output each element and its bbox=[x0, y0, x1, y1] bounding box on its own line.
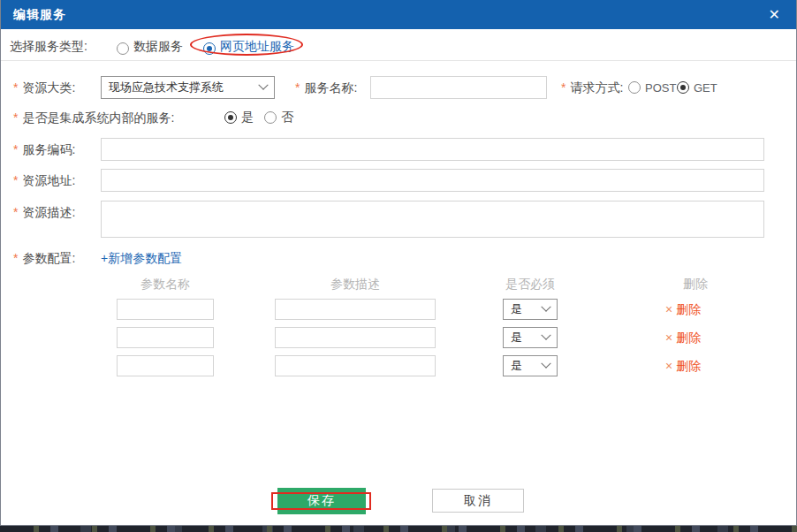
radio-get-label: GET bbox=[694, 81, 717, 95]
resource-address-input[interactable] bbox=[101, 169, 764, 192]
required-marker: * bbox=[13, 251, 18, 265]
internal-service-label: *是否是集成系统内部的服务: bbox=[13, 106, 174, 129]
radio-unchecked-icon bbox=[264, 111, 277, 124]
radio-checked-icon bbox=[677, 81, 689, 94]
delete-param-link[interactable]: ×删除 bbox=[665, 299, 701, 320]
chevron-down-icon bbox=[541, 359, 550, 369]
radio-unchecked-icon bbox=[628, 81, 641, 94]
delete-param-link[interactable]: ×删除 bbox=[665, 327, 701, 348]
param-name-input[interactable] bbox=[117, 327, 214, 348]
param-required-value: 是 bbox=[511, 330, 522, 346]
background-page-noise bbox=[0, 526, 797, 532]
radio-internal-no-label: 否 bbox=[281, 110, 293, 125]
radio-get[interactable]: GET bbox=[677, 76, 717, 99]
dialog-titlebar: 编辑服务 ✕ bbox=[1, 0, 796, 29]
required-marker: * bbox=[561, 80, 565, 95]
add-param-link[interactable]: +新增参数配置 bbox=[101, 247, 182, 269]
service-code-label: *服务编码: bbox=[13, 138, 75, 161]
radio-post[interactable]: POST bbox=[628, 76, 676, 99]
cancel-button[interactable]: 取消 bbox=[432, 489, 524, 513]
resource-description-label: *资源描述: bbox=[13, 201, 75, 224]
param-required-select[interactable]: 是 bbox=[503, 299, 558, 320]
param-required-select[interactable]: 是 bbox=[503, 327, 558, 348]
param-required-header: 是否必须 bbox=[496, 277, 565, 293]
delete-x-icon: × bbox=[665, 331, 672, 345]
param-name-input[interactable] bbox=[117, 355, 214, 376]
radio-webpage-service[interactable] bbox=[203, 40, 216, 56]
resource-address-label: *资源地址: bbox=[13, 169, 75, 192]
edit-service-dialog: 编辑服务 ✕ 选择服务类型: 数据服务 网页地址服务 *资源大类: 现场应急技术… bbox=[0, 0, 797, 526]
radio-post-label: POST bbox=[645, 81, 676, 95]
radio-data-service-label[interactable]: 数据服务 bbox=[133, 35, 183, 57]
required-marker: * bbox=[13, 80, 18, 95]
required-marker: * bbox=[13, 142, 18, 156]
param-config-label: *参数配置: bbox=[13, 247, 75, 269]
divider bbox=[1, 60, 796, 61]
param-description-input[interactable] bbox=[275, 355, 436, 376]
param-delete-header: 删除 bbox=[664, 277, 727, 293]
delete-param-link[interactable]: ×删除 bbox=[665, 355, 701, 376]
required-marker: * bbox=[13, 110, 18, 125]
background-page-strip bbox=[0, 526, 797, 532]
service-name-label: *服务名称: bbox=[295, 76, 357, 99]
param-name-header: 参数名称 bbox=[117, 277, 214, 293]
param-required-select[interactable]: 是 bbox=[503, 355, 558, 376]
radio-checked-icon bbox=[224, 111, 237, 124]
radio-webpage-service-label[interactable]: 网页地址服务 bbox=[220, 35, 294, 57]
request-method-label: *请求方式: bbox=[561, 76, 623, 99]
chevron-down-icon bbox=[541, 331, 550, 340]
save-button[interactable]: 保存 bbox=[277, 488, 366, 514]
radio-checked-icon bbox=[203, 42, 216, 55]
chevron-down-icon bbox=[541, 302, 550, 312]
service-type-row: 选择服务类型: 数据服务 网页地址服务 bbox=[1, 35, 796, 57]
dialog-title: 编辑服务 bbox=[13, 7, 66, 23]
required-marker: * bbox=[13, 205, 18, 219]
service-code-input[interactable] bbox=[101, 138, 764, 161]
close-icon[interactable]: ✕ bbox=[765, 6, 784, 24]
resource-category-value: 现场应急技术支撑系统 bbox=[109, 80, 224, 95]
radio-internal-yes-label: 是 bbox=[241, 110, 254, 125]
service-name-input[interactable] bbox=[370, 76, 547, 99]
service-type-label: 选择服务类型: bbox=[10, 35, 87, 57]
radio-internal-yes[interactable]: 是 bbox=[224, 106, 254, 129]
param-description-input[interactable] bbox=[275, 327, 436, 348]
resource-category-label: *资源大类: bbox=[13, 76, 75, 99]
param-required-value: 是 bbox=[511, 358, 522, 374]
required-marker: * bbox=[13, 173, 18, 187]
radio-internal-no[interactable]: 否 bbox=[264, 106, 293, 129]
param-name-input[interactable] bbox=[117, 299, 214, 320]
delete-x-icon: × bbox=[665, 302, 672, 316]
delete-x-icon: × bbox=[665, 359, 672, 373]
resource-category-select[interactable]: 现场应急技术支撑系统 bbox=[101, 76, 275, 99]
param-required-value: 是 bbox=[511, 301, 522, 317]
param-description-input[interactable] bbox=[275, 299, 436, 320]
chevron-down-icon bbox=[258, 80, 268, 90]
param-description-header: 参数描述 bbox=[275, 277, 436, 293]
radio-unchecked-icon bbox=[117, 42, 129, 55]
radio-data-service[interactable] bbox=[117, 40, 129, 56]
resource-description-textarea[interactable] bbox=[101, 201, 764, 238]
required-marker: * bbox=[295, 80, 300, 95]
